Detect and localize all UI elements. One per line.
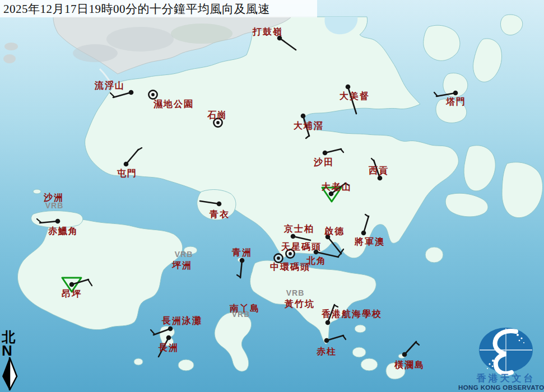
station: VRB沙洲 bbox=[43, 193, 64, 210]
vrb-label: VRB bbox=[45, 201, 64, 210]
north-letter-label: N bbox=[2, 342, 12, 359]
station-dot bbox=[324, 338, 329, 343]
station-dot bbox=[240, 258, 245, 263]
station-dot bbox=[55, 219, 61, 224]
station-dot bbox=[124, 162, 129, 167]
station-label: 沙洲 bbox=[43, 193, 64, 202]
islet bbox=[361, 358, 378, 371]
calm-symbol-dot bbox=[277, 256, 280, 260]
wind-map-page: 打鼓嶺流浮山濕地公園石崗大埔滘大美督塔門屯門VRB沙洲赤鱲角沙田西貢大老山青衣京… bbox=[0, 0, 544, 392]
islet bbox=[178, 360, 194, 371]
station-label: 屯門 bbox=[117, 169, 137, 178]
islet bbox=[134, 358, 143, 365]
station-label: 石崗 bbox=[207, 110, 227, 120]
urban-texture bbox=[106, 27, 174, 52]
station-dot bbox=[361, 231, 366, 236]
urban-texture bbox=[171, 24, 233, 44]
station-dot bbox=[314, 250, 319, 255]
station-label: 濕地公園 bbox=[153, 99, 194, 109]
vrb-label: VRB bbox=[286, 288, 305, 297]
calm-symbol-dot bbox=[216, 121, 220, 124]
hko-logo-chinese: 香港天文台 bbox=[476, 373, 536, 384]
islet bbox=[3, 54, 16, 63]
station-dot bbox=[168, 326, 173, 332]
station-label: 北角 bbox=[306, 256, 327, 265]
calm-symbol-dot bbox=[151, 93, 155, 96]
station-label: 大埔滘 bbox=[294, 120, 324, 130]
hko-logo-english: HONG KONG OBSERVATORY bbox=[458, 384, 544, 391]
station-label: 中環碼頭 bbox=[270, 262, 310, 272]
station-label: 赤鱲角 bbox=[48, 226, 78, 236]
station-label: 坪洲 bbox=[171, 260, 192, 270]
station-dot bbox=[329, 192, 334, 197]
station-dot bbox=[346, 85, 351, 90]
station-label: 長洲 bbox=[158, 343, 179, 352]
island-tung-lung bbox=[425, 247, 443, 263]
station-label: 橫瀾島 bbox=[394, 360, 425, 370]
islet bbox=[352, 347, 366, 357]
islet-sha-chau bbox=[33, 189, 41, 194]
vrb-label: VRB bbox=[175, 250, 193, 259]
station-label: 啟德 bbox=[324, 226, 345, 236]
station-dot bbox=[402, 352, 407, 357]
station-label: 昂坪 bbox=[62, 289, 82, 298]
station-label: 青洲 bbox=[231, 248, 252, 257]
station-label: 沙田 bbox=[313, 157, 334, 167]
station-label: 長洲泳灘 bbox=[161, 315, 202, 325]
station-dot bbox=[69, 282, 75, 287]
station-dot bbox=[291, 234, 296, 239]
station-label: 打鼓嶺 bbox=[252, 27, 283, 36]
calm-symbol-dot bbox=[289, 252, 292, 255]
station-dot bbox=[378, 176, 383, 181]
wind-map: 打鼓嶺流浮山濕地公園石崗大埔滘大美督塔門屯門VRB沙洲赤鱲角沙田西貢大老山青衣京… bbox=[0, 0, 544, 392]
islet bbox=[4, 43, 18, 50]
station-dot bbox=[323, 151, 328, 156]
station-label: 赤柱 bbox=[316, 347, 337, 356]
station-dot bbox=[166, 335, 171, 340]
station-dot bbox=[326, 320, 331, 325]
page-title: 2025年12月17日19時00分的十分鐘平均風向及風速 bbox=[3, 2, 270, 16]
station-label: 西貢 bbox=[368, 166, 389, 176]
station-label: 黃竹坑 bbox=[284, 299, 315, 309]
station-label: 香港航海學校 bbox=[321, 309, 382, 319]
station-label: 南丫島 bbox=[229, 304, 260, 313]
station-label: 大美督 bbox=[340, 91, 370, 101]
station-label: 青衣 bbox=[209, 209, 230, 219]
station-dot bbox=[301, 114, 306, 119]
station-label: 流浮山 bbox=[94, 80, 125, 90]
station-dot bbox=[217, 202, 222, 207]
station-label: 塔門 bbox=[445, 97, 466, 106]
station-dot bbox=[453, 91, 458, 96]
station-label: 大老山 bbox=[322, 182, 352, 192]
urban-texture bbox=[73, 44, 118, 62]
station-label: 京士柏 bbox=[283, 223, 314, 234]
station-label: 將軍澳 bbox=[354, 237, 385, 246]
station-dot bbox=[129, 90, 134, 95]
islet bbox=[355, 325, 366, 333]
